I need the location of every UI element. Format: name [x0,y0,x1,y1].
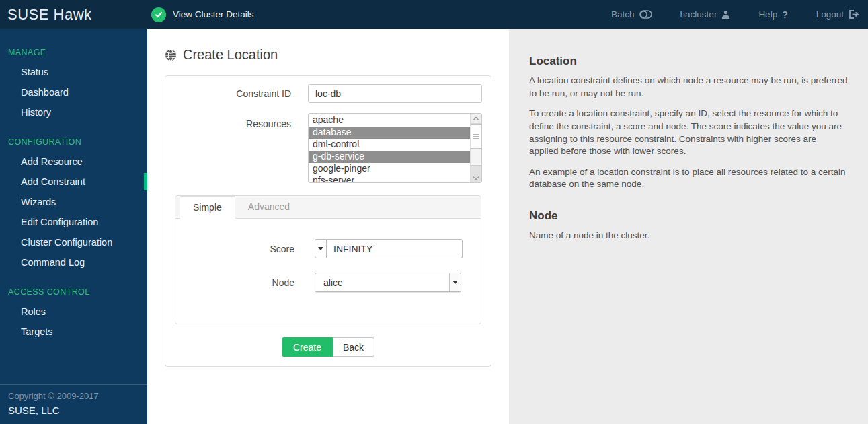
check-circle-icon [151,7,166,22]
sidebar-item-edit-configuration[interactable]: Edit Configuration [0,212,147,232]
resource-option-apache[interactable]: apache [309,114,470,127]
nav-section-manage: MANAGE Status Dashboard History [0,48,147,122]
help-menu[interactable]: Help ? [758,9,787,20]
nav-section-title: CONFIGURATION [0,137,147,151]
sidebar: MANAGE Status Dashboard History CONFIGUR… [0,29,147,424]
sign-out-icon [849,10,859,19]
sidebar-item-status[interactable]: Status [0,62,147,82]
person-icon [721,10,730,19]
sidebar-item-wizards[interactable]: Wizards [0,192,147,212]
sidebar-item-history[interactable]: History [0,102,147,122]
resources-listbox[interactable]: apache database dml-control g-db-service… [308,113,482,183]
score-dropdown-button[interactable] [315,239,327,258]
page-title: Create Location [165,47,509,63]
sidebar-item-add-resource[interactable]: Add Resource [0,151,147,172]
cluster-status[interactable]: View Cluster Details [151,7,254,22]
help-section-node: Node Name of a node in the cluster. [529,209,848,242]
resource-option-dml-control[interactable]: dml-control [309,139,470,151]
sidebar-item-dashboard[interactable]: Dashboard [0,82,147,102]
score-label: Score [175,244,294,254]
nav-section-configuration: CONFIGURATION Add Resource Add Constrain… [0,137,147,273]
scrollbar-thumb[interactable] [471,124,481,149]
chevron-down-icon [452,281,458,284]
node-select-value: alice [323,277,343,288]
help-paragraph: A location constraint defines on which n… [529,75,848,100]
resource-option-database[interactable]: database [309,127,470,139]
chevron-down-icon [318,247,323,250]
resources-label: Resources [174,113,291,129]
sidebar-item-roles[interactable]: Roles [0,302,147,322]
help-title-node: Node [529,209,848,223]
help-section-location: Location A location constraint defines o… [529,55,848,191]
constraint-id-label: Constraint ID [174,88,291,99]
resource-option-google-pinger[interactable]: google-pinger [309,163,470,175]
toggle-icon [639,10,652,19]
score-input[interactable] [327,239,463,258]
tab-strip: Simple Advanced [175,196,481,219]
help-panel: Location A location constraint defines o… [509,29,868,424]
score-control [315,239,463,258]
globe-icon [165,49,177,61]
tab-advanced[interactable]: Advanced [235,196,303,218]
create-location-form: Constraint ID Resources apache database … [165,75,491,367]
scroll-up-icon[interactable] [471,114,481,124]
question-mark-icon: ? [782,9,788,20]
nav-section-title: ACCESS CONTROL [0,287,147,302]
node-label: Node [175,277,294,288]
sidebar-item-targets[interactable]: Targets [0,322,147,342]
constraint-tab-panel: Simple Advanced Score Node [175,195,481,324]
resource-option-partial[interactable]: nfs-server [309,175,470,183]
help-paragraph: Name of a node in the cluster. [529,229,848,242]
cluster-status-label: View Cluster Details [173,9,254,20]
resource-option-g-db-service[interactable]: g-db-service [309,151,470,163]
top-header: SUSE Hawk View Cluster Details Batch hac… [0,0,868,29]
company-name: SUSE, LLC [8,404,139,416]
constraint-id-input[interactable] [308,84,482,103]
nav-section-title: MANAGE [0,48,147,62]
logout-button[interactable]: Logout [816,9,859,20]
help-title-location: Location [529,55,848,68]
help-paragraph: To create a location constraint, specify… [529,108,848,158]
select-arrow[interactable] [449,273,461,291]
batch-button[interactable]: Batch [611,9,652,20]
scroll-down-icon[interactable] [471,165,481,182]
sidebar-item-command-log[interactable]: Command Log [0,252,147,273]
page-title-text: Create Location [183,47,278,63]
main-content: Create Location Constraint ID Resources … [147,29,509,424]
user-menu[interactable]: hacluster [680,9,731,20]
create-button[interactable]: Create [282,337,333,357]
copyright-text: Copyright © 2009-2017 [8,391,139,401]
back-button[interactable]: Back [333,337,374,357]
listbox-scrollbar[interactable] [470,114,481,182]
nav-section-access-control: ACCESS CONTROL Roles Targets [0,287,147,342]
help-paragraph: An example of a location constraint is t… [529,166,848,191]
sidebar-footer: Copyright © 2009-2017 SUSE, LLC [0,384,147,424]
app-logo[interactable]: SUSE Hawk [0,6,147,24]
tab-simple[interactable]: Simple [180,196,235,219]
sidebar-item-cluster-configuration[interactable]: Cluster Configuration [0,232,147,252]
sidebar-item-add-constraint[interactable]: Add Constraint [0,172,147,192]
node-select[interactable]: alice [315,273,461,292]
